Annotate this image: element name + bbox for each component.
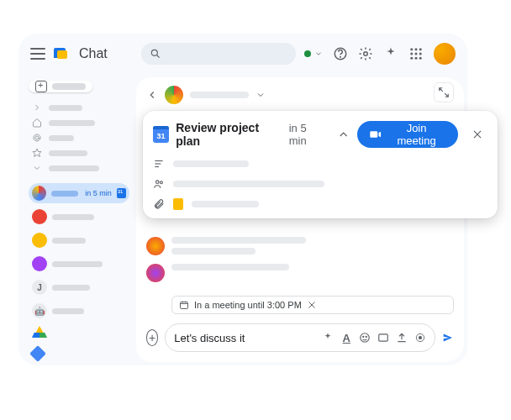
message (146, 264, 454, 282)
status-text: In a meeting until 3:00 PM (194, 300, 302, 310)
calendar-small-icon (179, 300, 189, 310)
conversation-title (190, 92, 249, 98)
attachment-icon (153, 198, 165, 210)
video-icon (369, 128, 382, 141)
search-input[interactable] (141, 43, 296, 65)
expand-icon[interactable] (434, 82, 454, 102)
status-indicator[interactable] (304, 50, 323, 58)
close-icon[interactable] (468, 124, 487, 144)
space-avatar (32, 233, 47, 248)
svg-point-34 (419, 336, 423, 339)
notes-icon (153, 158, 165, 170)
home-icon (32, 118, 42, 128)
account-avatar[interactable] (434, 43, 456, 65)
space-item[interactable] (29, 207, 129, 227)
svg-point-11 (410, 57, 413, 60)
space-item[interactable] (29, 254, 129, 274)
conversation-panel: 31 Review project plan in 5 min Join mee… (136, 77, 464, 362)
gif-icon[interactable] (377, 332, 389, 344)
at-icon (32, 133, 42, 143)
topbar: Chat (18, 34, 467, 74)
menu-icon[interactable] (30, 48, 45, 60)
video-record-icon[interactable] (414, 332, 426, 344)
calendar-badge-icon (117, 188, 126, 198)
svg-point-5 (410, 48, 413, 50)
svg-point-0 (151, 50, 157, 55)
svg-point-31 (366, 336, 366, 337)
collapse-icon[interactable] (337, 128, 350, 141)
space-item[interactable] (29, 230, 129, 250)
settings-icon[interactable] (358, 46, 373, 61)
search-icon (150, 48, 161, 60)
app-name: Chat (79, 46, 108, 61)
space-item[interactable]: 🤖 (29, 301, 129, 321)
svg-line-1 (157, 55, 160, 58)
space-avatar (32, 256, 47, 271)
new-chat-button[interactable] (29, 81, 92, 92)
add-attachment-button[interactable]: + (146, 329, 158, 346)
upload-icon[interactable] (396, 332, 408, 344)
space-item[interactable]: J (29, 277, 129, 297)
nav-pin[interactable] (29, 102, 129, 113)
meeting-title: Review project plan (176, 121, 282, 148)
svg-point-12 (415, 57, 418, 60)
conversation-header (136, 82, 464, 108)
chevron-down-icon[interactable] (256, 90, 266, 100)
apps-grid-icon[interactable] (408, 46, 424, 61)
people-icon (153, 178, 165, 190)
message-avatar (146, 237, 165, 255)
svg-point-13 (419, 57, 422, 60)
space-item-active[interactable]: in 5 min (29, 183, 129, 203)
chat-logo-icon (54, 45, 71, 62)
nav-mentions[interactable] (29, 133, 129, 143)
bot-avatar-icon: 🤖 (32, 303, 47, 318)
format-icon[interactable]: A (340, 332, 352, 344)
status-chip[interactable]: In a meeting until 3:00 PM (171, 296, 454, 314)
svg-marker-15 (33, 149, 41, 157)
space-avatar (32, 186, 46, 201)
svg-rect-32 (379, 334, 388, 341)
message (146, 237, 454, 255)
meeting-time: in 5 min (289, 122, 326, 147)
nav-home[interactable] (29, 118, 129, 128)
emoji-icon[interactable] (359, 332, 371, 344)
chat-window: Chat (18, 34, 467, 365)
back-arrow-icon[interactable] (146, 89, 158, 101)
svg-point-3 (340, 56, 341, 57)
star-icon (32, 148, 42, 158)
slides-doc-icon (173, 198, 183, 210)
space-avatar (32, 209, 47, 224)
svg-point-7 (419, 48, 422, 50)
sparkle-icon[interactable] (383, 46, 398, 61)
new-chat-icon (35, 81, 47, 92)
dismiss-status-icon[interactable] (307, 300, 317, 310)
sidebar: in 5 min J 🤖 (18, 74, 136, 365)
chevron-down-icon (32, 163, 42, 173)
sparkle-icon[interactable] (322, 332, 334, 344)
send-button[interactable] (442, 329, 454, 346)
calendar-app-icon[interactable] (29, 345, 46, 362)
top-icons (304, 43, 456, 65)
svg-point-14 (35, 136, 39, 139)
help-icon[interactable] (333, 46, 348, 61)
join-meeting-button[interactable]: Join meeting (357, 121, 458, 148)
svg-point-30 (363, 336, 364, 337)
nav-section[interactable] (29, 163, 129, 173)
svg-point-29 (361, 333, 370, 343)
svg-point-8 (410, 53, 413, 55)
meeting-guests-row (153, 178, 487, 190)
svg-rect-23 (181, 302, 188, 309)
active-dot-icon (304, 50, 311, 57)
svg-point-10 (419, 53, 422, 55)
svg-point-4 (364, 52, 368, 56)
message-input[interactable] (174, 332, 315, 344)
calendar-icon: 31 (153, 126, 169, 143)
nav-starred[interactable] (29, 148, 129, 158)
meeting-attachment-row[interactable] (153, 198, 487, 210)
chevron-down-icon (314, 50, 323, 58)
svg-point-9 (415, 53, 418, 55)
drive-icon[interactable] (32, 326, 47, 339)
meeting-card: 31 Review project plan in 5 min Join mee… (143, 111, 498, 218)
space-time-badge: in 5 min (85, 189, 112, 197)
svg-point-21 (156, 181, 160, 184)
